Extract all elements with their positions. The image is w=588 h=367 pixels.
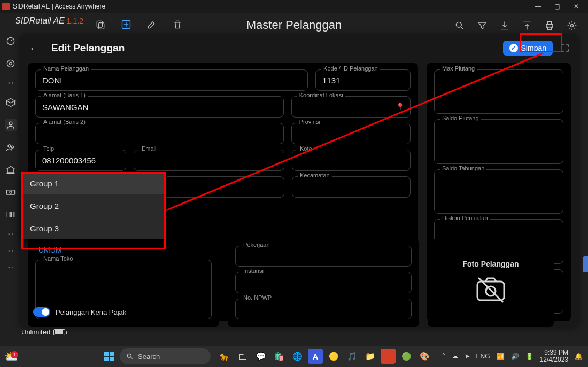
add-icon[interactable] <box>121 19 131 30</box>
tray-onedrive-icon[interactable]: ☁ <box>452 353 458 360</box>
delete-icon[interactable] <box>172 19 183 30</box>
search-icon[interactable] <box>454 20 465 31</box>
tray-location-icon[interactable]: ➤ <box>465 353 470 360</box>
edit-icon[interactable] <box>146 19 157 30</box>
pajak-toggle[interactable] <box>33 307 50 317</box>
kategori-umum-select[interactable]: UMUM <box>35 246 212 254</box>
app-version: 1.1.2 <box>67 17 83 25</box>
kode-pelanggan-field[interactable]: Kode / ID Pelanggan <box>315 69 411 91</box>
tray-notifications-icon[interactable]: 🔔 <box>575 353 583 360</box>
copy-icon[interactable] <box>95 19 106 30</box>
pekerjaan-input[interactable] <box>236 246 411 266</box>
app-icon <box>2 3 10 10</box>
location-pin-icon[interactable]: 📍 <box>396 103 405 111</box>
rail-barcode-icon[interactable] <box>5 209 17 221</box>
save-button[interactable]: ✓ Simpan <box>503 41 553 56</box>
tray-clock[interactable]: 9:39 PM 12/4/2023 <box>540 349 568 363</box>
email-input[interactable] <box>134 150 284 170</box>
rail-customer-icon[interactable] <box>5 119 17 131</box>
taskbar-app-taskview[interactable]: 🗔 <box>235 349 250 364</box>
window-minimize-button[interactable]: — <box>532 3 543 10</box>
max-piutang-input[interactable] <box>435 70 563 113</box>
customer-photo-card[interactable]: Foto Pelanggan <box>428 239 554 327</box>
svg-point-10 <box>10 63 12 65</box>
npwp-field[interactable]: No. NPWP <box>235 299 412 319</box>
group-dropdown-item[interactable]: Group 3 <box>21 217 166 239</box>
taskbar-weather[interactable]: ⛅ 1 <box>0 350 21 363</box>
print-icon[interactable] <box>544 20 555 31</box>
kota-field[interactable]: Kota <box>292 150 411 171</box>
taskbar-app-store[interactable]: 🛍️ <box>272 349 287 364</box>
tray-volume-icon[interactable]: 🔊 <box>511 353 519 360</box>
taskbar-app-chrome2[interactable]: 🟢 <box>399 349 414 364</box>
alamat1-input[interactable] <box>36 97 283 117</box>
instansi-input[interactable] <box>236 272 411 292</box>
rail-users-icon[interactable] <box>5 142 17 153</box>
tray-language[interactable]: ENG <box>476 353 490 360</box>
group-dropdown-item[interactable]: Group 1 <box>21 172 166 194</box>
koordinat-field[interactable]: Koordinat Lokasi 📍 <box>291 96 411 118</box>
kota-input[interactable] <box>292 150 410 170</box>
taskbar-app-chrome[interactable]: 🟡 <box>326 349 341 364</box>
import-icon[interactable] <box>499 20 510 31</box>
window-maximize-button[interactable]: ▢ <box>552 3 562 10</box>
rail-dashboard-icon[interactable] <box>5 35 17 47</box>
nama-pelanggan-input[interactable] <box>36 70 307 90</box>
rail-cash-icon[interactable] <box>5 186 17 198</box>
saldo-piutang-field[interactable]: Saldo Piutang <box>434 119 563 163</box>
kecamatan-input[interactable] <box>292 177 410 197</box>
rail-target-icon[interactable] <box>5 58 17 69</box>
taskbar-app-paint[interactable]: 🎨 <box>417 349 432 364</box>
saldo-tabungan-input[interactable] <box>435 170 563 213</box>
tray-chevron-up-icon[interactable]: ˄ <box>442 353 445 360</box>
saldo-piutang-input[interactable] <box>435 120 563 163</box>
tray-battery-icon[interactable]: 🔋 <box>525 353 533 360</box>
telp-input[interactable] <box>36 150 126 170</box>
rail-bank-icon[interactable] <box>5 164 17 176</box>
nama-pelanggan-field[interactable]: Nama Pelanggan <box>35 69 308 91</box>
provinsi-field[interactable]: Provinsi <box>291 123 411 144</box>
koordinat-input[interactable] <box>292 97 410 117</box>
alamat2-field[interactable]: Alamat (Baris 2) <box>35 123 284 144</box>
windows-taskbar: ⛅ 1 Search 🐆 🗔 💬 🛍️ 🌐 A 🟡 🎵 📁 🟢 🎨 ˄ ☁ ➤ <box>0 346 588 367</box>
field-label: No. NPWP <box>241 294 274 301</box>
provinsi-input[interactable] <box>292 123 410 144</box>
taskbar-app-explorer[interactable]: 📁 <box>362 349 377 364</box>
svg-point-7 <box>571 25 574 27</box>
gear-icon[interactable] <box>567 20 577 31</box>
taskbar-app-itunes[interactable]: 🎵 <box>344 349 359 364</box>
tray-wifi-icon[interactable]: 📶 <box>497 353 505 360</box>
taskbar-search[interactable]: Search <box>120 348 211 364</box>
group-dropdown-item[interactable]: Group 2 <box>21 194 166 217</box>
kode-pelanggan-input[interactable] <box>316 70 410 90</box>
taskbar-app-edge[interactable]: 🌐 <box>290 349 305 364</box>
taskbar-app-sidretail[interactable] <box>381 349 396 364</box>
alamat1-field[interactable]: Alamat (Baris 1) <box>35 96 284 118</box>
field-label: Provinsi <box>297 119 322 125</box>
npwp-input[interactable] <box>236 299 411 319</box>
back-button[interactable]: ← <box>29 42 43 54</box>
pekerjaan-field[interactable]: Pekerjaan <box>235 246 412 267</box>
taskbar-app-custom[interactable]: A <box>308 349 323 364</box>
instansi-field[interactable]: Instansi <box>235 272 412 293</box>
filter-icon[interactable] <box>477 20 488 31</box>
export-icon[interactable] <box>522 20 532 31</box>
window-close-button[interactable]: ✕ <box>571 3 582 10</box>
taskbar-app-msi[interactable]: 🐆 <box>217 349 232 364</box>
page-title: Master Pelanggan <box>246 18 342 32</box>
fullscreen-icon[interactable] <box>560 43 570 53</box>
kecamatan-field[interactable]: Kecamatan <box>292 176 411 198</box>
telp-field[interactable]: Telp <box>35 150 126 171</box>
field-label: Saldo Piutang <box>440 115 481 121</box>
max-piutang-field[interactable]: Max Piutang <box>434 69 563 114</box>
alamat2-input[interactable] <box>36 123 283 144</box>
rail-dots-4: • • <box>8 264 13 270</box>
rail-box-icon[interactable] <box>5 97 17 108</box>
start-button[interactable] <box>102 349 117 364</box>
rail-dots-2: • • <box>8 231 13 237</box>
taskbar-app-teams[interactable]: 💬 <box>253 349 268 364</box>
email-field[interactable]: Email <box>134 150 284 171</box>
side-handle[interactable] <box>583 256 588 272</box>
field-label: Email <box>140 145 159 152</box>
saldo-tabungan-field[interactable]: Saldo Tabungan <box>434 169 563 214</box>
